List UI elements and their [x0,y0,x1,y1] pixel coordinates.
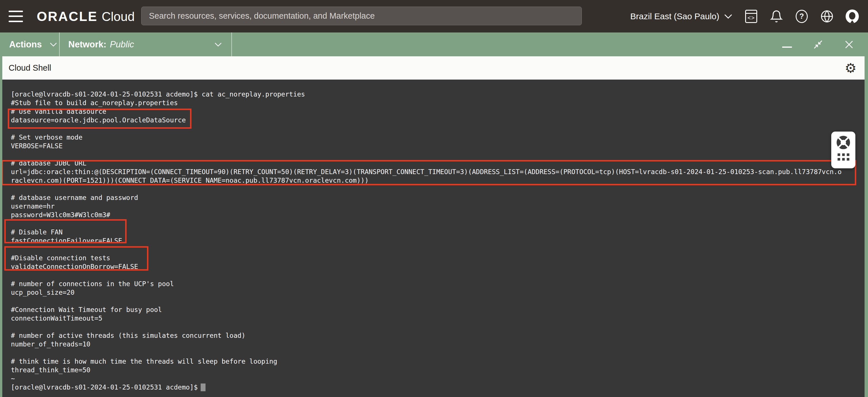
topbar-right-cluster: Brazil East (Sao Paulo) <> ? [630,10,859,23]
search-input[interactable] [141,7,582,25]
help-icon: ? [796,10,808,23]
globe-icon [820,9,834,23]
close-icon [844,39,854,50]
restore-button[interactable] [812,38,825,51]
network-value: Public [110,39,134,50]
network-label: Network: [68,39,106,50]
actions-dropdown[interactable]: Actions [0,32,60,56]
terminal[interactable]: [oracle@lvracdb-s01-2024-01-25-0102531 a… [2,80,865,397]
logo-cloud-text: Cloud [102,9,135,24]
cloud-shell-titlebar: Cloud Shell ⚙ [2,56,865,80]
cloud-shell-title: Cloud Shell [9,63,51,73]
help-button[interactable]: ? [795,10,808,23]
global-search [141,7,582,25]
minimize-icon [782,47,792,48]
terminal-cursor [200,384,206,391]
bell-icon [770,9,783,23]
region-label: Brazil East (Sao Paulo) [630,11,719,21]
shell-settings-button[interactable]: ⚙ [845,61,857,75]
cloud-shell-action-bar: Actions Network: Public [0,32,868,56]
chevron-down-icon [724,13,733,19]
terminal-output: [oracle@lvracdb-s01-2024-01-25-0102531 a… [11,90,842,383]
notifications-button[interactable] [770,10,783,23]
developer-console-icon: <> [745,10,757,23]
drag-handle-dots-icon[interactable] [838,153,849,161]
support-widget[interactable] [831,132,856,168]
chevron-down-icon [214,42,222,47]
logo-oracle-text: ORACLE [37,9,98,24]
terminal-prompt-row: [oracle@lvracdb-s01-2024-01-25-0102531 a… [11,383,206,392]
user-avatar-icon [846,9,859,23]
life-buoy-icon [835,135,851,150]
profile-button[interactable] [846,10,859,23]
region-selector[interactable]: Brazil East (Sao Paulo) [630,11,733,21]
shell-window-controls [781,38,868,51]
actions-label: Actions [9,39,42,50]
hamburger-menu-icon[interactable] [9,11,23,22]
topbar: ORACLE Cloud Brazil East (Sao Paulo) <> … [0,0,868,32]
restore-icon [812,39,824,50]
cloud-shell-panel: Cloud Shell ⚙ [oracle@lvracdb-s01-2024-0… [0,56,868,397]
network-dropdown[interactable]: Network: Public [60,32,232,56]
chevron-down-icon [50,42,57,47]
developer-tools-button[interactable]: <> [745,10,758,23]
close-button[interactable] [843,38,856,51]
terminal-prompt: [oracle@lvracdb-s01-2024-01-25-0102531 a… [11,383,198,392]
oracle-cloud-logo: ORACLE Cloud [37,9,135,24]
minimize-button[interactable] [781,38,794,51]
language-button[interactable] [820,10,834,23]
